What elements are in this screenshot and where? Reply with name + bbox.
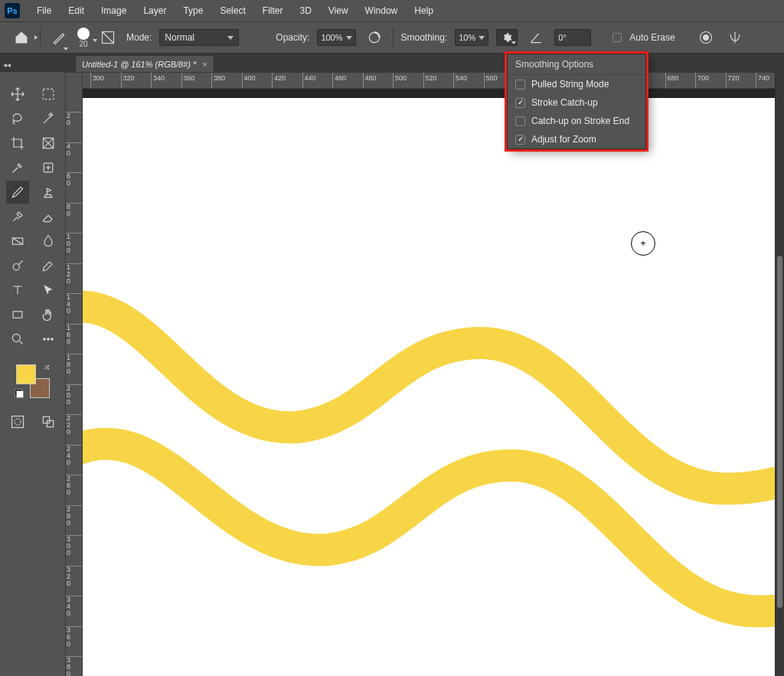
quick-mask-icon[interactable]: [6, 410, 29, 433]
dodge-tool[interactable]: [6, 254, 29, 277]
marquee-tool[interactable]: [37, 83, 60, 106]
canvas[interactable]: +: [83, 98, 775, 676]
menu-3d[interactable]: 3D: [292, 2, 318, 19]
checkbox[interactable]: [515, 116, 525, 126]
menu-edit[interactable]: Edit: [60, 2, 92, 19]
menu-filter[interactable]: Filter: [255, 2, 291, 19]
menu-help[interactable]: Help: [407, 2, 441, 19]
workspace: ⤭ 30032034036038040042044046048050052054…: [0, 72, 784, 676]
svg-point-8: [13, 264, 19, 270]
smoothing-option-pulled-string-mode[interactable]: Pulled String Mode: [508, 75, 645, 93]
brush-settings-icon[interactable]: [97, 27, 119, 48]
magic-wand-tool[interactable]: [37, 107, 60, 130]
smoothing-input[interactable]: 10%: [455, 29, 488, 46]
checkbox[interactable]: [515, 135, 525, 145]
svg-point-15: [14, 419, 20, 425]
brush-size-label: 20: [79, 40, 87, 48]
foreground-color-swatch[interactable]: [16, 364, 36, 384]
home-icon[interactable]: [11, 27, 32, 48]
smoothing-value: 10%: [459, 33, 475, 42]
blend-mode-value: Normal: [165, 32, 194, 43]
option-label: Adjust for Zoom: [531, 134, 596, 145]
vertical-ruler: 2040608010012014016018020022024026028030…: [66, 89, 83, 676]
blur-tool[interactable]: [37, 230, 60, 253]
symmetry-icon[interactable]: [724, 27, 746, 48]
smoothing-option-catch-up-on-stroke-end[interactable]: Catch-up on Stroke End: [508, 112, 645, 130]
angle-input[interactable]: 0°: [554, 29, 591, 46]
smoothing-option-stroke-catch-up[interactable]: Stroke Catch-up: [508, 93, 645, 112]
swap-colors-icon[interactable]: ⤭: [44, 363, 50, 371]
blend-mode-select[interactable]: Normal: [159, 29, 239, 46]
option-label: Pulled String Mode: [531, 79, 609, 90]
auto-erase-checkbox[interactable]: [612, 33, 622, 42]
pressure-opacity-icon[interactable]: [364, 27, 385, 48]
options-bar: 20 Mode: Normal Opacity: 100% Smoothing:…: [0, 21, 784, 54]
angle-icon: [525, 27, 547, 48]
menu-window[interactable]: Window: [358, 2, 406, 19]
path-selection-tool[interactable]: [37, 279, 60, 302]
menu-view[interactable]: View: [321, 2, 356, 19]
angle-value: 0°: [558, 33, 567, 42]
clone-stamp-tool[interactable]: [37, 181, 60, 204]
toolbox: ⤭: [0, 72, 66, 676]
svg-point-11: [43, 338, 45, 341]
app-logo: Ps: [5, 3, 20, 18]
svg-rect-9: [13, 312, 22, 318]
opacity-input[interactable]: 100%: [317, 29, 355, 46]
checkbox[interactable]: [515, 80, 525, 90]
document-tab-bar: ◂◂ Untitled-1 @ 161% (RGB/8#) * ×: [0, 54, 784, 72]
svg-rect-14: [11, 416, 23, 428]
rectangle-tool[interactable]: [6, 303, 29, 326]
option-label: Stroke Catch-up: [531, 97, 598, 108]
type-tool[interactable]: [6, 279, 29, 302]
hand-tool[interactable]: [37, 303, 60, 326]
checkbox[interactable]: [515, 98, 525, 108]
smoothing-options-button[interactable]: [496, 29, 518, 46]
screen-mode-icon[interactable]: [37, 410, 60, 433]
pen-tool[interactable]: [37, 254, 60, 277]
panel-expand-icon[interactable]: ◂◂: [0, 57, 14, 72]
menu-file[interactable]: File: [29, 2, 59, 19]
smoothing-option-adjust-for-zoom[interactable]: Adjust for Zoom: [508, 130, 645, 149]
smoothing-label: Smoothing:: [401, 32, 448, 43]
default-colors-icon[interactable]: [15, 389, 24, 398]
canvas-viewport[interactable]: +: [83, 89, 775, 676]
pencil-tool[interactable]: [6, 181, 29, 204]
svg-point-3: [703, 35, 708, 41]
more-tools[interactable]: [37, 328, 60, 351]
option-label: Catch-up on Stroke End: [531, 116, 629, 126]
document-tab-title: Untitled-1 @ 161% (RGB/8#) *: [82, 60, 196, 69]
color-swatches[interactable]: ⤭: [16, 364, 50, 398]
healing-brush-tool[interactable]: [37, 156, 60, 179]
eraser-tool[interactable]: [37, 205, 60, 228]
zoom-tool[interactable]: [6, 328, 29, 351]
menu-image[interactable]: Image: [93, 2, 134, 19]
brush-cursor: +: [631, 231, 655, 256]
smoothing-options-title: Smoothing Options: [508, 54, 645, 75]
tool-preset-pencil-icon[interactable]: [48, 27, 70, 48]
menu-layer[interactable]: Layer: [136, 2, 174, 19]
menu-type[interactable]: Type: [175, 2, 211, 19]
auto-erase-label: Auto Erase: [629, 32, 675, 43]
gradient-tool[interactable]: [6, 230, 29, 253]
menu-select[interactable]: Select: [212, 2, 253, 19]
horizontal-ruler: 3003203403603804004204404604805005205405…: [66, 72, 775, 89]
scrollbar-thumb[interactable]: [777, 256, 782, 608]
svg-point-13: [51, 338, 53, 341]
pressure-size-icon[interactable]: [695, 27, 717, 48]
svg-point-10: [12, 334, 20, 341]
smoothing-options-dropdown: Smoothing Options Pulled String ModeStro…: [507, 54, 646, 149]
svg-rect-16: [43, 416, 49, 423]
document-tab[interactable]: Untitled-1 @ 161% (RGB/8#) * ×: [75, 55, 214, 72]
brush-preset-picker[interactable]: 20: [77, 28, 90, 48]
lasso-tool[interactable]: [6, 107, 29, 130]
svg-rect-17: [47, 420, 53, 426]
crop-tool[interactable]: [6, 132, 29, 155]
move-tool[interactable]: [6, 83, 29, 106]
eyedropper-tool[interactable]: [6, 156, 29, 179]
frame-tool[interactable]: [37, 132, 60, 155]
vertical-scrollbar[interactable]: [775, 72, 784, 676]
history-brush-tool[interactable]: [6, 205, 29, 228]
close-tab-icon[interactable]: ×: [202, 60, 207, 69]
opacity-label: Opacity:: [276, 32, 309, 43]
